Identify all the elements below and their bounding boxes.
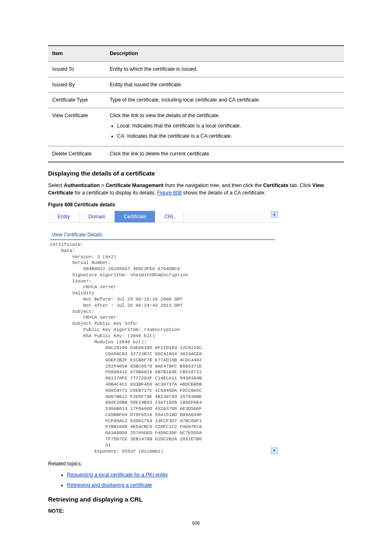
cell-desc: Click the link to delete the current cer… <box>106 146 344 162</box>
cell-desc: Type of the certificate, including local… <box>106 92 344 108</box>
related-link-retrieve-cert[interactable]: Retrieving and displaying a certificate <box>67 482 152 488</box>
text-fragment: > <box>100 183 106 188</box>
scroll-down-icon[interactable]: ▼ <box>271 447 278 454</box>
cell-item: Issued To <box>48 61 106 77</box>
text-fragment: from the navigation tree, and then click… <box>164 183 263 188</box>
related-topics-label: Related topics: <box>48 460 344 468</box>
certificate-details-screenshot: ▲ Entity Domain Certificate CRL View Cer… <box>48 211 278 454</box>
table-row: Delete Certificate Click the link to del… <box>48 146 344 162</box>
nav-cert-mgmt: Certificate Management <box>106 183 164 188</box>
related-link-item: Requesting a local certificate for a PKI… <box>67 471 344 479</box>
text-fragment: Select <box>48 183 64 188</box>
page-number: 606 <box>0 520 392 527</box>
figure-number: Figure 608 <box>48 202 74 208</box>
table-row: View Certificate Click the link to view … <box>48 108 344 146</box>
text-fragment: tab. Click <box>288 183 312 188</box>
section-heading-display-cert: Displaying the details of a certificate <box>48 169 344 178</box>
chevron-down-icon: ▼ <box>272 448 276 454</box>
parameter-table: Item Description Issued To Entity to whi… <box>48 45 344 162</box>
list-item: Local: Indicates that the certificate is… <box>117 122 340 130</box>
related-topics-list: Requesting a local certificate for a PKI… <box>60 471 344 489</box>
tab-domain[interactable]: Domain <box>79 211 115 222</box>
bullet-list: Local: Indicates that the certificate is… <box>110 122 340 140</box>
cell-item: Issued By <box>48 77 106 92</box>
table-header-row: Item Description <box>48 46 344 61</box>
table-row: Issued To Entity to which the certificat… <box>48 61 344 77</box>
nav-auth: Authentication <box>64 183 100 188</box>
panel-title: View Certificate Details <box>50 223 274 240</box>
chevron-up-icon: ▲ <box>272 212 276 217</box>
cell-desc: Entity that issued the certificate. <box>106 77 344 92</box>
note-label: NOTE: <box>48 508 64 514</box>
figure-title: Certificate details <box>74 202 115 208</box>
tab-name-cert: Certificate <box>263 183 288 188</box>
tab-certificate[interactable]: Certificate <box>115 211 155 222</box>
related-link-item: Retrieving and displaying a certificate <box>67 481 344 489</box>
table-row: Issued By Entity that issued the certifi… <box>48 77 344 92</box>
intro-paragraph: Select Authentication > Certificate Mana… <box>48 182 344 197</box>
scroll-up-icon[interactable]: ▲ <box>271 211 278 218</box>
figure-xref-link[interactable]: Figure 608 <box>157 190 182 196</box>
note-block: NOTE: <box>48 507 344 515</box>
cell-item: Delete Certificate <box>48 146 106 162</box>
col-header-item: Item <box>48 46 106 61</box>
col-header-desc: Description <box>106 46 344 61</box>
cell-desc: Click the link to view the details of th… <box>106 108 344 146</box>
text-fragment: shows the details of a CA certificate. <box>182 190 265 196</box>
figure-caption: Figure 608 Certificate details <box>48 201 344 208</box>
tab-bar: Entity Domain Certificate CRL <box>48 211 278 223</box>
cell-desc: Entity to which the certificate is issue… <box>106 61 344 77</box>
certificate-text: Certificate: Data: Version: 3 (0x2) Seri… <box>50 242 276 454</box>
table-row: Certificate Type Type of the certificate… <box>48 92 344 108</box>
cell-item: View Certificate <box>48 108 106 146</box>
row-intro: Click the link to view the details of th… <box>110 113 220 118</box>
cell-item: Certificate Type <box>48 92 106 108</box>
tab-entity[interactable]: Entity <box>48 211 79 222</box>
list-item: CA: Indicates that the certificate is a … <box>117 132 340 140</box>
text-fragment: for a certificate to display its details… <box>73 190 157 196</box>
tab-crl[interactable]: CRL <box>155 211 184 222</box>
section-heading-crl: Retrieving and displaying a CRL <box>48 495 344 504</box>
related-link-local-cert[interactable]: Requesting a local certificate for a PKI… <box>67 472 168 478</box>
